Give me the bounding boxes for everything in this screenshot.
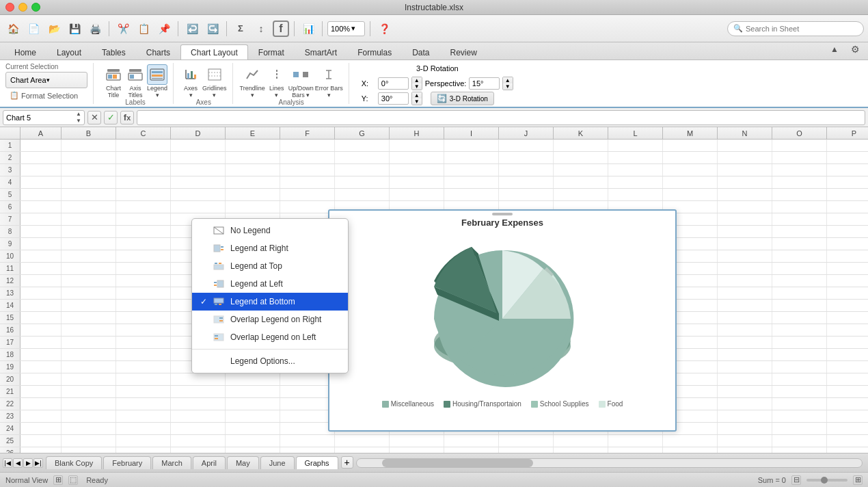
cell-f6[interactable] xyxy=(280,201,335,213)
close-button[interactable] xyxy=(5,3,14,12)
cell-p11[interactable] xyxy=(827,263,868,274)
name-box-arrows[interactable]: ▲ ▼ xyxy=(76,111,81,124)
cell-o18[interactable] xyxy=(772,349,827,360)
cell-a20[interactable] xyxy=(21,373,62,385)
collapse-ribbon-icon[interactable]: ▲ xyxy=(826,40,843,58)
cell-p24[interactable] xyxy=(827,423,868,434)
row-num-4[interactable]: 4 xyxy=(0,176,21,188)
cell-p7[interactable] xyxy=(827,213,868,225)
cell-f22[interactable] xyxy=(280,398,335,410)
chart-container[interactable]: February Expenses xyxy=(328,209,677,432)
cell-l4[interactable] xyxy=(608,176,663,188)
row-num-22[interactable]: 22 xyxy=(0,398,21,410)
cell-a16[interactable] xyxy=(21,324,62,336)
tab-chart-layout[interactable]: Chart Layout xyxy=(180,44,248,60)
col-header-b[interactable]: B xyxy=(62,127,116,139)
cell-a13[interactable] xyxy=(21,287,62,299)
cell-e24[interactable] xyxy=(226,423,280,434)
cut-icon[interactable]: ✂️ xyxy=(114,20,132,38)
row-num-23[interactable]: 23 xyxy=(0,410,21,422)
cell-p20[interactable] xyxy=(827,373,868,385)
cell-a9[interactable] xyxy=(21,238,62,250)
cell-l2[interactable] xyxy=(608,152,663,163)
cell-n16[interactable] xyxy=(718,324,772,336)
cell-e2[interactable] xyxy=(226,152,280,163)
cell-n10[interactable] xyxy=(718,250,772,262)
tab-home[interactable]: Home xyxy=(4,44,46,60)
new-icon[interactable]: 📄 xyxy=(25,20,42,38)
cell-a5[interactable] xyxy=(21,189,62,200)
zoom-slider-thumb[interactable] xyxy=(821,477,828,484)
cell-b5[interactable] xyxy=(62,189,116,200)
cell-c9[interactable] xyxy=(116,238,171,250)
cell-o24[interactable] xyxy=(772,423,827,434)
cell-n17[interactable] xyxy=(718,337,772,348)
tab-data[interactable]: Data xyxy=(402,44,439,60)
cell-p10[interactable] xyxy=(827,250,868,262)
cell-b7[interactable] xyxy=(62,213,116,225)
row-num-10[interactable]: 10 xyxy=(0,250,21,262)
cell-c26[interactable] xyxy=(116,447,171,453)
cell-n23[interactable] xyxy=(718,410,772,422)
cell-n22[interactable] xyxy=(718,398,772,410)
tab-charts[interactable]: Charts xyxy=(136,44,180,60)
format-selection-btn[interactable]: 📋 Format Selection xyxy=(5,90,87,101)
gridlines-btn[interactable] xyxy=(204,64,225,85)
cell-e1[interactable] xyxy=(226,140,280,151)
y-up-spinner[interactable]: ▲ xyxy=(412,92,422,98)
function-icon[interactable]: f xyxy=(273,21,289,37)
row-num-16[interactable]: 16 xyxy=(0,324,21,336)
row-num-1[interactable]: 1 xyxy=(0,140,21,151)
zoom-slider-area[interactable] xyxy=(806,479,847,482)
cell-o26[interactable] xyxy=(772,447,827,453)
cell-b4[interactable] xyxy=(62,176,116,188)
cell-c25[interactable] xyxy=(116,435,171,447)
cell-a10[interactable] xyxy=(21,250,62,262)
cell-f25[interactable] xyxy=(280,435,335,447)
cell-a26[interactable] xyxy=(21,447,62,453)
cell-n4[interactable] xyxy=(718,176,772,188)
row-num-2[interactable]: 2 xyxy=(0,152,21,163)
cell-j1[interactable] xyxy=(499,140,554,151)
cell-a4[interactable] xyxy=(21,176,62,188)
cell-m4[interactable] xyxy=(663,176,718,188)
cell-c16[interactable] xyxy=(116,324,171,336)
perspective-up-spinner[interactable]: ▲ xyxy=(503,77,513,83)
save-icon[interactable]: 💾 xyxy=(66,20,83,38)
cell-g4[interactable] xyxy=(335,176,390,188)
cell-b12[interactable] xyxy=(62,275,116,287)
cell-g5[interactable] xyxy=(335,189,390,200)
cell-m2[interactable] xyxy=(663,152,718,163)
cell-n19[interactable] xyxy=(718,361,772,373)
cell-i2[interactable] xyxy=(444,152,499,163)
cell-n26[interactable] xyxy=(718,447,772,453)
cell-f5[interactable] xyxy=(280,189,335,200)
tab-next-btn[interactable]: ▶ xyxy=(23,458,33,468)
cell-c6[interactable] xyxy=(116,201,171,213)
col-header-a[interactable]: A xyxy=(21,127,62,139)
lines-btn[interactable] xyxy=(267,64,287,85)
y-input[interactable] xyxy=(378,92,409,105)
cell-b2[interactable] xyxy=(62,152,116,163)
cell-h4[interactable] xyxy=(390,176,444,188)
cell-c2[interactable] xyxy=(116,152,171,163)
cell-f24[interactable] xyxy=(280,423,335,434)
rotation-3d-btn[interactable]: 🔄 3-D Rotation xyxy=(431,92,494,105)
cell-p16[interactable] xyxy=(827,324,868,336)
col-header-i[interactable]: I xyxy=(444,127,499,139)
cell-d2[interactable] xyxy=(171,152,226,163)
cell-b20[interactable] xyxy=(62,373,116,385)
cell-e26[interactable] xyxy=(226,447,280,453)
cell-b11[interactable] xyxy=(62,263,116,274)
dropdown-legend-right[interactable]: Legend at Right xyxy=(192,239,348,257)
col-header-c[interactable]: C xyxy=(116,127,171,139)
cell-p13[interactable] xyxy=(827,287,868,299)
cell-f1[interactable] xyxy=(280,140,335,151)
cell-n21[interactable] xyxy=(718,386,772,397)
cell-c5[interactable] xyxy=(116,189,171,200)
cell-i1[interactable] xyxy=(444,140,499,151)
name-box-up-arrow[interactable]: ▲ xyxy=(76,111,81,118)
col-header-p[interactable]: P xyxy=(827,127,868,139)
cell-b26[interactable] xyxy=(62,447,116,453)
cell-h25[interactable] xyxy=(390,435,444,447)
